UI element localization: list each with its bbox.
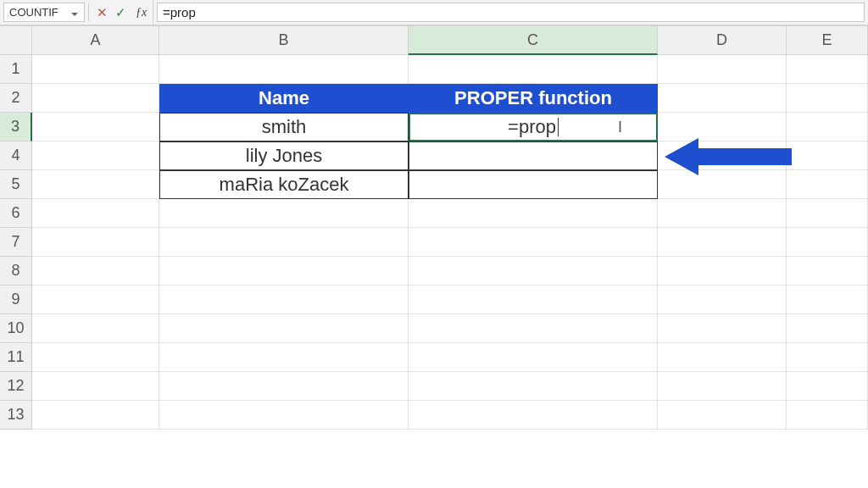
cell-d1[interactable] [658,55,787,84]
cell-a1[interactable] [32,55,159,84]
cell-b8[interactable] [159,257,409,286]
cell-d7[interactable] [658,228,787,257]
row-head-5[interactable]: 5 [0,170,32,199]
col-head-a[interactable]: A [32,26,159,55]
cell-a4[interactable] [32,141,159,170]
row-head-4[interactable]: 4 [0,141,32,170]
cell-e9[interactable] [787,286,868,314]
formula-bar: COUNTIF ✕ ✓ ƒx =prop [0,0,868,25]
row-head-9[interactable]: 9 [0,286,32,314]
row-head-10[interactable]: 10 [0,314,32,343]
cell-a13[interactable] [32,401,159,430]
cell-c8[interactable] [409,257,658,286]
name-box-value: COUNTIF [9,6,58,19]
cell-c7[interactable] [409,228,658,257]
cell-c10[interactable] [409,314,658,343]
text-cursor-icon: I [618,119,622,136]
cell-b4[interactable]: lily Jones [159,141,409,170]
cell-b9[interactable] [159,286,409,314]
cell-e13[interactable] [787,401,868,430]
arrow-shaft [697,148,792,165]
cell-c5[interactable] [409,170,658,199]
insert-function-button[interactable]: ƒx [130,0,153,25]
header-proper[interactable]: PROPER function [409,84,658,113]
cell-c6[interactable] [409,199,658,228]
cell-a12[interactable] [32,372,159,401]
row-head-3[interactable]: 3 [0,113,32,141]
cell-a8[interactable] [32,257,159,286]
arrow-left-icon [665,138,698,175]
cell-e5[interactable] [787,170,868,199]
cell-b12[interactable] [159,372,409,401]
cell-d3[interactable] [658,113,787,141]
cell-a2[interactable] [32,84,159,113]
cell-d10[interactable] [658,314,787,343]
text-caret [558,118,559,136]
cell-d2[interactable] [658,84,787,113]
cell-b6[interactable] [159,199,409,228]
cell-e12[interactable] [787,372,868,401]
col-head-d[interactable]: D [658,26,787,55]
header-name[interactable]: Name [159,84,409,113]
row-head-6[interactable]: 6 [0,199,32,228]
cell-a5[interactable] [32,170,159,199]
cell-c11[interactable] [409,343,658,372]
cell-c9[interactable] [409,286,658,314]
cell-e7[interactable] [787,228,868,257]
cell-e11[interactable] [787,343,868,372]
chevron-down-icon[interactable] [70,8,79,17]
row-head-13[interactable]: 13 [0,401,32,430]
cancel-button[interactable]: ✕ [92,0,111,25]
row-head-7[interactable]: 7 [0,228,32,257]
cell-a7[interactable] [32,228,159,257]
spreadsheet-grid[interactable]: A B C D E 1 2 Name PROPER function 3 smi… [0,25,868,430]
cell-c4[interactable] [409,141,658,170]
formula-text: =prop [163,5,196,19]
cell-b13[interactable] [159,401,409,430]
separator [88,3,89,21]
cell-d12[interactable] [658,372,787,401]
cell-b3[interactable]: smith [159,113,409,141]
cell-e3[interactable] [787,113,868,141]
cell-b1[interactable] [159,55,409,84]
cell-c3[interactable]: =prop I [409,113,658,141]
col-head-b[interactable]: B [159,26,409,55]
cell-d11[interactable] [658,343,787,372]
formula-input[interactable]: =prop [157,3,865,22]
row-head-1[interactable]: 1 [0,55,32,84]
cell-a3[interactable] [32,113,159,141]
cell-b11[interactable] [159,343,409,372]
select-all-corner[interactable] [0,26,32,55]
name-box[interactable]: COUNTIF [3,3,85,22]
cell-e2[interactable] [787,84,868,113]
cell-e4[interactable] [787,141,868,170]
cell-d8[interactable] [658,257,787,286]
cell-e8[interactable] [787,257,868,286]
col-head-c[interactable]: C [409,26,658,55]
row-head-12[interactable]: 12 [0,372,32,401]
cell-a6[interactable] [32,199,159,228]
cell-e1[interactable] [787,55,868,84]
cell-c13[interactable] [409,401,658,430]
cell-c1[interactable] [409,55,658,84]
cell-b7[interactable] [159,228,409,257]
cell-c12[interactable] [409,372,658,401]
enter-button[interactable]: ✓ [111,0,130,25]
row-head-8[interactable]: 8 [0,257,32,286]
cell-a9[interactable] [32,286,159,314]
cell-c3-value: =prop [508,116,556,138]
row-head-11[interactable]: 11 [0,343,32,372]
callout-arrow [665,138,792,175]
cell-a10[interactable] [32,314,159,343]
cell-d6[interactable] [658,199,787,228]
cell-e10[interactable] [787,314,868,343]
cell-d13[interactable] [658,401,787,430]
cell-b5[interactable]: maRia koZacek [159,170,409,199]
cell-e6[interactable] [787,199,868,228]
cell-a11[interactable] [32,343,159,372]
col-head-e[interactable]: E [787,26,868,55]
cell-d9[interactable] [658,286,787,314]
row-head-2[interactable]: 2 [0,84,32,113]
cell-b10[interactable] [159,314,409,343]
